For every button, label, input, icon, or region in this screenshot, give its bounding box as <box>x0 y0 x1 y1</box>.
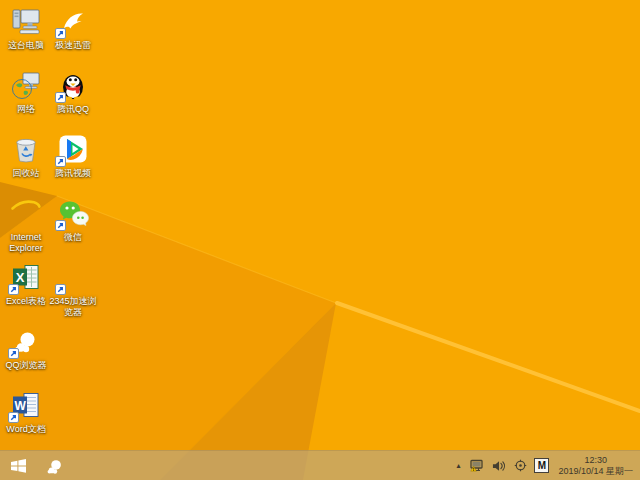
word-icon: W <box>10 389 42 421</box>
desktop-icon-browser-2345[interactable]: e 2345加速浏览器 <box>47 261 99 318</box>
clock-time: 12:30 <box>584 455 607 466</box>
desktop-icon-label: 极速迅雷 <box>47 40 99 51</box>
desktop-icon-this-pc[interactable]: 这台电脑 <box>0 5 52 51</box>
desktop-icon-tencent-video[interactable]: 腾讯视频 <box>47 133 99 179</box>
desktop-icon-internet-explorer[interactable]: e Internet Explorer <box>0 197 52 254</box>
excel-icon: X <box>10 261 42 293</box>
hidden-icons-chevron-icon[interactable]: ▴ <box>454 460 462 472</box>
taskbar: ▴ <box>0 450 640 480</box>
ime-indicator[interactable]: M <box>534 458 549 473</box>
desktop-icon-label: Internet Explorer <box>0 232 52 254</box>
taskbar-qq-browser-button[interactable] <box>41 451 69 480</box>
desktop-icon-label: 回收站 <box>0 168 52 179</box>
desktop-icon-wechat[interactable]: 微信 <box>47 197 99 243</box>
system-tray: ▴ <box>454 455 640 477</box>
browser-2345-icon: e <box>57 261 89 293</box>
desktop-icon-label: 腾讯QQ <box>47 104 99 115</box>
taskbar-clock[interactable]: 12:30 2019/10/14 星期一 <box>556 455 635 477</box>
desktop-icon-excel[interactable]: X Excel表格 <box>0 261 52 307</box>
desktop-icon-grid: 这台电脑 极速迅雷 网络 腾讯QQ 回收站 腾讯视频 e Inter <box>0 0 640 450</box>
svg-text:X: X <box>16 270 25 285</box>
internet-explorer-icon: e <box>10 197 42 229</box>
network-warning-icon[interactable] <box>469 459 485 473</box>
shortcut-arrow-icon <box>8 348 19 359</box>
thunder-icon <box>57 5 89 37</box>
desktop-icon-label: Word文档 <box>0 424 52 435</box>
desktop-icon-recycle-bin[interactable]: 回收站 <box>0 133 52 179</box>
wechat-icon <box>57 197 89 229</box>
recycle-bin-icon <box>10 133 42 165</box>
shortcut-arrow-icon <box>55 28 66 39</box>
shortcut-arrow-icon <box>55 220 66 231</box>
tencent-video-icon <box>57 133 89 165</box>
shortcut-arrow-icon <box>55 284 66 295</box>
volume-icon[interactable] <box>492 460 507 472</box>
qq-icon <box>57 69 89 101</box>
shortcut-arrow-icon <box>8 284 19 295</box>
desktop-icon-label: 网络 <box>0 104 52 115</box>
desktop-icon-qq-browser[interactable]: QQ浏览器 <box>0 325 52 371</box>
this-pc-icon <box>10 5 42 37</box>
desktop-icon-label: Excel表格 <box>0 296 52 307</box>
windows-logo-icon <box>10 458 27 473</box>
network-icon <box>10 69 42 101</box>
desktop-icon-label: 微信 <box>47 232 99 243</box>
desktop-icon-qq[interactable]: 腾讯QQ <box>47 69 99 115</box>
qq-browser-icon <box>10 325 42 357</box>
desktop-icon-network[interactable]: 网络 <box>0 69 52 115</box>
desktop-icon-label: 腾讯视频 <box>47 168 99 179</box>
qq-browser-icon <box>44 455 66 477</box>
shortcut-arrow-icon <box>55 156 66 167</box>
desktop-icon-label: 2345加速浏览器 <box>47 296 99 318</box>
desktop-icon-word[interactable]: W Word文档 <box>0 389 52 435</box>
safety-scan-icon[interactable] <box>514 459 527 472</box>
desktop-icon-label: 这台电脑 <box>0 40 52 51</box>
shortcut-arrow-icon <box>8 412 19 423</box>
svg-text:W: W <box>14 399 26 413</box>
start-button[interactable] <box>0 451 36 480</box>
desktop[interactable]: 这台电脑 极速迅雷 网络 腾讯QQ 回收站 腾讯视频 e Inter <box>0 0 640 480</box>
clock-date: 2019/10/14 星期一 <box>558 466 633 477</box>
desktop-icon-thunder[interactable]: 极速迅雷 <box>47 5 99 51</box>
desktop-icon-label: QQ浏览器 <box>0 360 52 371</box>
shortcut-arrow-icon <box>55 92 66 103</box>
